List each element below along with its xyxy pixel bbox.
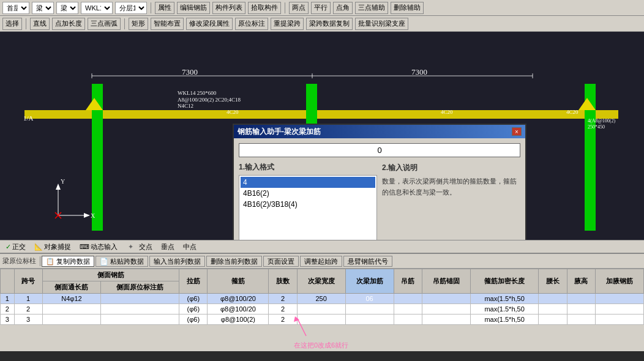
dialog-right-section: 2.输入说明 数量，表示次梁两侧共增加的箍筋数量，箍筋的信息和长度与梁一致。 [382, 162, 520, 240]
add-length-btn[interactable]: 点加长度 [52, 18, 85, 30]
cell-side-main-3[interactable] [42, 314, 100, 325]
col-header-hanger: 吊筋 [394, 269, 422, 294]
cell-side-main-2[interactable] [42, 304, 100, 314]
svg-text:A8@100/200(2) 2C20;4C18: A8@100/200(2) 2C20;4C18 [178, 97, 241, 103]
page-setting-btn[interactable]: 页面设置 [263, 256, 299, 267]
status-bar: ✓ 正交 📐 对象捕捉 ⌨ 动态输入 ✦ 交点 垂点 中点 [0, 240, 644, 253]
svg-text:4(A8@100(2): 4(A8@100(2) [588, 118, 615, 124]
status-cross[interactable]: 交点 [136, 242, 155, 252]
cell-beam-width-3[interactable] [297, 314, 345, 325]
cell-haunch-len-1[interactable] [539, 294, 567, 304]
cell-rownum-1: 1 [1, 294, 15, 304]
format-list[interactable]: 4 4B16(2) 4B16(2)/3B18(4) [239, 175, 377, 240]
cell-haunch-rebar-2[interactable] [595, 304, 643, 314]
pick-component-btn[interactable]: 拾取构件 [248, 2, 281, 14]
rect-btn[interactable]: 矩形 [129, 18, 148, 30]
re-beam-btn[interactable]: 重提梁跨 [271, 18, 304, 30]
cell-haunch-rebar-3[interactable] [595, 314, 643, 325]
select-btn[interactable]: 选择 [2, 18, 22, 30]
table-row-1[interactable]: 1 1 N4φ12 (φ6) φ8@100/20 2 250 06 max(1.… [1, 294, 644, 304]
format-item-2[interactable]: 4B16(2) [241, 188, 375, 199]
status-ortho[interactable]: ✓ 正交 [2, 242, 29, 252]
copy-span-btn[interactable]: 梁跨数据复制 [306, 18, 353, 30]
cell-beam-add-2[interactable] [345, 304, 394, 314]
angle-btn[interactable]: 点角 [333, 2, 353, 14]
cell-haunch-rebar-1[interactable] [595, 294, 643, 304]
three-arc-btn[interactable]: 三点画弧 [88, 18, 121, 30]
cell-hanger-3[interactable] [394, 314, 422, 325]
layer-select5[interactable]: 分层1 [115, 2, 147, 14]
layer-select4[interactable]: WKL12 [81, 2, 113, 14]
toolbar-row2: 选择 直线 点加长度 三点画弧 矩形 智能布置 修改梁段属性 原位标注 重提梁跨… [0, 16, 644, 32]
cell-stirrup-dense-2[interactable]: max(1.5*h,50 [470, 304, 539, 314]
del-col-data-btn[interactable]: 删除当前列数据 [206, 256, 262, 267]
dialog-input-value[interactable]: 0 [239, 143, 520, 157]
format-item-3[interactable]: 4B16(2)/3B18(4) [241, 199, 375, 210]
cell-stirrup-dense-1[interactable]: max(1.5*h,50 [470, 294, 539, 304]
component-list-btn[interactable]: 构件列表 [212, 2, 245, 14]
cell-side-main-1[interactable]: N4φ12 [42, 294, 100, 304]
table-row-3[interactable]: 3 3 (φ6) φ8@100(2) 2 max(1.5*h,50 [1, 314, 644, 325]
cell-hanger-2[interactable] [394, 304, 422, 314]
cell-haunch-h-3[interactable] [567, 314, 595, 325]
orig-label-btn[interactable]: 原位标注 [235, 18, 268, 30]
layer-select3[interactable]: 梁 [56, 2, 78, 14]
cell-hanger-anchor-2[interactable] [422, 304, 470, 314]
cell-span-3[interactable]: 3 [14, 314, 42, 325]
cell-hanger-anchor-1[interactable] [422, 294, 470, 304]
cell-stirrup-dense-3[interactable]: max(1.5*h,50 [470, 314, 539, 325]
cell-pull-1[interactable]: (φ6) [179, 294, 208, 304]
adjust-start-btn[interactable]: 调整起始跨 [300, 256, 342, 267]
dialog-close-btn[interactable]: × [512, 127, 522, 136]
cell-legs-2[interactable]: 2 [269, 304, 297, 314]
status-perp[interactable]: 垂点 [158, 242, 178, 252]
cantilever-code-btn[interactable]: 悬臂钢筋代号 [343, 256, 392, 267]
input-col-data-btn[interactable]: 输入当前列数据 [149, 256, 205, 267]
cell-legs-3[interactable]: 2 [269, 314, 297, 325]
three-point-assist-btn[interactable]: 三点辅助 [355, 2, 388, 14]
cell-stirrup-3[interactable]: φ8@100(2) [208, 314, 269, 325]
cell-stirrup-2[interactable]: φ8@100/20 [208, 304, 269, 314]
col-header-stirrup-dense: 箍筋加密长度 [470, 269, 539, 294]
cell-hanger-1[interactable] [394, 294, 422, 304]
status-snap[interactable]: 📐 对象捕捉 [31, 242, 74, 252]
layer-select1[interactable]: 首层 [2, 2, 29, 14]
cell-beam-width-1[interactable]: 250 [297, 294, 345, 304]
two-point-btn[interactable]: 两点 [289, 2, 309, 14]
cell-beam-width-2[interactable] [297, 304, 345, 314]
smart-layout-btn[interactable]: 智能布置 [151, 18, 184, 30]
cell-haunch-h-2[interactable] [567, 304, 595, 314]
cell-span-1[interactable]: 1 [14, 294, 42, 304]
svg-text:X: X [91, 212, 95, 219]
cell-side-orig-2[interactable] [101, 304, 179, 314]
del-assist-btn[interactable]: 删除辅助 [391, 2, 424, 14]
cell-haunch-len-3[interactable] [539, 314, 567, 325]
modify-beam-btn[interactable]: 修改梁段属性 [186, 18, 233, 30]
cell-legs-1[interactable]: 2 [269, 294, 297, 304]
line-btn[interactable]: 直线 [30, 18, 50, 30]
status-dynamic[interactable]: ⌨ 动态输入 [77, 242, 121, 252]
status-mid[interactable]: 中点 [180, 242, 200, 252]
cell-stirrup-1[interactable]: φ8@100/20 [208, 294, 269, 304]
table-row-2[interactable]: 2 2 (φ6) φ8@100/20 2 max(1.5*h,50 [1, 304, 644, 314]
bottom-panel: 梁原位标柱 📋 复制跨数据 📄 粘贴跨数据 输入当前列数据 删除当前列数据 页面… [0, 253, 644, 351]
cell-side-orig-3[interactable] [101, 314, 179, 325]
cell-pull-3[interactable]: (φ6) [179, 314, 208, 325]
parallel-btn[interactable]: 平行 [311, 2, 331, 14]
format-item-1[interactable]: 4 [241, 177, 375, 188]
cell-beam-add-3[interactable] [345, 314, 394, 325]
cell-hanger-anchor-3[interactable] [422, 314, 470, 325]
cell-haunch-len-2[interactable] [539, 304, 567, 314]
layer-select2[interactable]: 梁 [32, 2, 54, 14]
cell-beam-add-1[interactable]: 06 [345, 294, 394, 304]
batch-identify-btn[interactable]: 批量识别梁支座 [355, 18, 408, 30]
cell-haunch-h-1[interactable] [567, 294, 595, 304]
attr-btn[interactable]: 属性 [155, 2, 174, 14]
copy-span-data-btn[interactable]: 📋 复制跨数据 [42, 256, 94, 267]
edit-rebar-btn[interactable]: 编辑钢筋 [177, 2, 210, 14]
cell-side-orig-1[interactable] [101, 294, 179, 304]
col-header-rownum [1, 269, 15, 294]
cell-pull-2[interactable]: (φ6) [179, 304, 208, 314]
paste-span-data-btn[interactable]: 📄 粘贴跨数据 [95, 256, 148, 267]
cell-span-2[interactable]: 2 [14, 304, 42, 314]
